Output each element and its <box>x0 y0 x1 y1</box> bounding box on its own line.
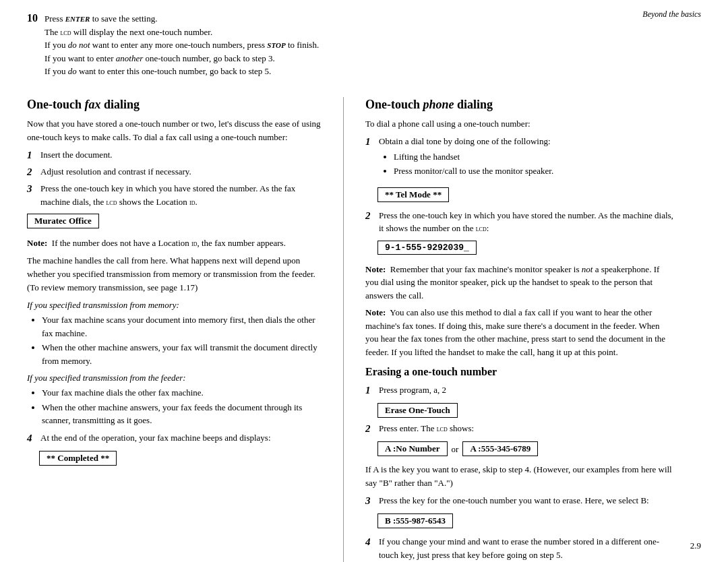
erase-step-1: 1 Press program, a, 2 <box>365 383 674 398</box>
completed-box: ** Completed ** <box>39 448 323 470</box>
fax-step-4: 4 At the end of the operation, your fax … <box>27 431 323 445</box>
erase-heading: Erasing a one-touch number <box>365 365 674 379</box>
muratec-office-box: Muratec Office <box>27 211 323 232</box>
step-1-text: Insert the document. <box>40 148 323 162</box>
fax-intro-para: Now that you have stored a one-touch num… <box>27 117 323 144</box>
left-column: One-touch fax dialing Now that you have … <box>27 97 344 563</box>
from-feeder-head: If you specified transmission from the f… <box>27 371 323 385</box>
erase-step-3-num: 3 <box>365 494 376 508</box>
step-10-block: 10 Press enter to save the setting. The … <box>27 12 701 78</box>
or-text: or <box>452 444 459 455</box>
erase-number-boxes: A :No Number or A :555-345-6789 <box>377 439 674 460</box>
phone-step-1: 1 Obtain a dial tone by doing one of the… <box>365 135 674 182</box>
phone-bullet-1: Lifting the handset <box>394 150 674 164</box>
phone-step-2-num: 2 <box>365 209 376 223</box>
note-1: Note: If the number does not have a Loca… <box>27 237 323 250</box>
fax-step-3: 3 Press the one-touch key in which you h… <box>27 182 323 208</box>
step-3-num: 3 <box>27 182 38 196</box>
phone-intro-para: To dial a phone call using a one-touch n… <box>365 117 674 131</box>
erase-step-2-text: Press enter. The lcd shows: <box>379 422 674 435</box>
erase-para: If A is the key you want to erase, skip … <box>365 463 674 490</box>
from-feeder-bullet-1: Your fax machine dials the other fax mac… <box>42 386 323 400</box>
erase-step-3: 3 Press the key for the one-touch number… <box>365 494 674 508</box>
fax-dialing-section: One-touch fax dialing Now that you have … <box>27 97 323 470</box>
page-header: Beyond the basics <box>642 9 701 20</box>
erase-section: Erasing a one-touch number 1 Press progr… <box>365 365 674 561</box>
step-10-text: Press enter to save the setting. The lcd… <box>44 12 319 78</box>
phone-step-1-num: 1 <box>365 135 376 149</box>
machine-handles-para: The machine handles the call from here. … <box>27 254 323 294</box>
fax-dialing-heading: One-touch fax dialing <box>27 97 323 113</box>
fax-step-1: 1 Insert the document. <box>27 148 323 162</box>
erase-step-2: 2 Press enter. The lcd shows: <box>365 422 674 436</box>
note-2a: Note: Remember that your fax machine's m… <box>365 263 674 303</box>
from-memory-bullets: Your fax machine scans your document int… <box>42 313 323 367</box>
step-10-num: 10 <box>27 12 42 78</box>
phone-step-2: 2 Press the one-touch key in which you h… <box>365 209 674 235</box>
tel-mode-box: ** Tel Mode ** <box>377 185 674 206</box>
step-4-num: 4 <box>27 431 38 445</box>
step-2-num: 2 <box>27 165 38 179</box>
erase-step-1-text: Press program, a, 2 <box>379 383 674 397</box>
fax-step-2: 2 Adjust resolution and contrast if nece… <box>27 165 323 179</box>
step-3-text: Press the one-touch key in which you hav… <box>40 182 323 208</box>
erase-step-2-num: 2 <box>365 422 376 436</box>
step-2-text: Adjust resolution and contrast if necess… <box>40 165 323 179</box>
phone-dialing-heading: One-touch phone dialing <box>365 97 674 113</box>
from-memory-bullet-1: Your fax machine scans your document int… <box>42 313 323 340</box>
phone-bullet-2: Press monitor/call to use the monitor sp… <box>394 164 674 178</box>
from-feeder-bullets: Your fax machine dials the other fax mac… <box>42 386 323 427</box>
erase-step-1-num: 1 <box>365 383 376 398</box>
from-feeder-bullet-2: When the other machine answers, your fax… <box>42 401 323 427</box>
phone-step-1-text: Obtain a dial tone by doing one of the f… <box>379 135 674 182</box>
from-memory-bullet-2: When the other machine answers, your fax… <box>42 341 323 367</box>
right-column: One-touch phone dialing To dial a phone … <box>344 97 674 563</box>
erase-step-4-num: 4 <box>365 535 376 549</box>
erase-step-4-text: If you change your mind and want to eras… <box>379 535 674 561</box>
note-2b: Note: You can also use this method to di… <box>365 306 674 358</box>
phone-dialing-section: One-touch phone dialing To dial a phone … <box>365 97 674 359</box>
phone-step-2-text: Press the one-touch key in which you hav… <box>379 209 674 235</box>
step-1-num: 1 <box>27 148 38 162</box>
phone-number-box: 9-1-555-9292039_ <box>377 238 674 259</box>
erase-step-4: 4 If you change your mind and want to er… <box>365 535 674 561</box>
step-4-text: At the end of the operation, your fax ma… <box>40 431 323 445</box>
from-memory-head: If you specified transmission from memor… <box>27 299 323 312</box>
erase-one-touch-box: Erase One-Touch <box>377 400 674 422</box>
phone-bullets: Lifting the handset Press monitor/call t… <box>394 150 674 178</box>
b-number-box: B :555-987-6543 <box>377 511 674 532</box>
page-number: 2.9 <box>690 540 701 551</box>
erase-step-3-text: Press the key for the one-touch number y… <box>379 494 674 507</box>
